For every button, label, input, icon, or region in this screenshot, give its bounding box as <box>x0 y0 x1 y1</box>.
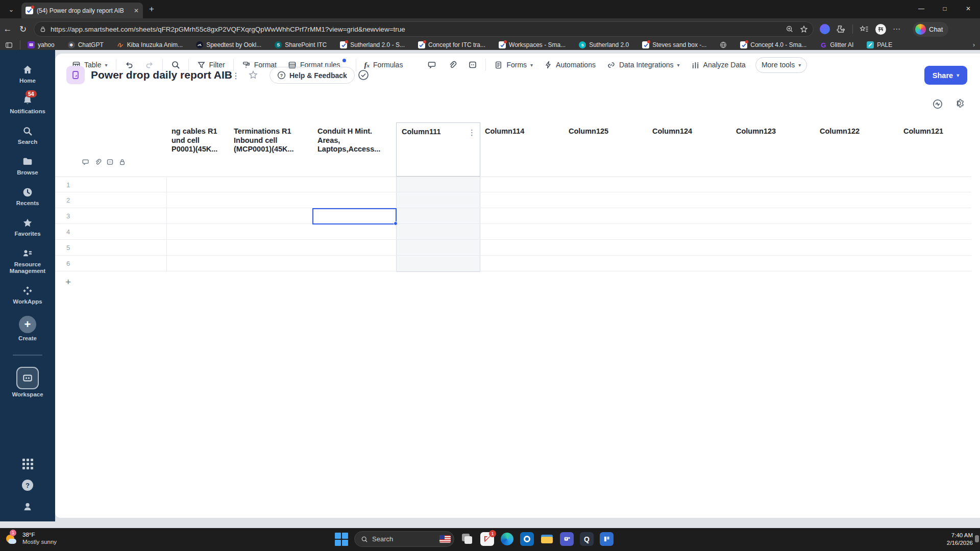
share-button[interactable]: Share▾ <box>924 66 967 85</box>
column-header[interactable]: Column114 <box>480 122 564 177</box>
help-feedback-button[interactable]: ? Help & Feedback <box>270 67 355 84</box>
bookmark-item[interactable]: ✻ChatGPT <box>68 41 104 48</box>
refresh-icon[interactable]: ↻ <box>15 24 31 35</box>
bookmark-item[interactable]: Concept 4.0 - Sma... <box>740 41 806 48</box>
bookmark-item[interactable]: GGlitter AI <box>820 41 853 48</box>
bookmarks-overflow-icon[interactable]: › <box>973 41 975 48</box>
start-button[interactable] <box>335 533 348 546</box>
sidebar-item-notifications[interactable]: 54Notifications <box>1 95 54 115</box>
tab-close-icon[interactable]: ✕ <box>134 7 139 14</box>
copilot-chat-button[interactable]: Chat <box>913 22 948 37</box>
proof-column-icon[interactable] <box>106 158 114 166</box>
task-view-icon[interactable] <box>460 532 474 546</box>
more-tools-button[interactable]: More tools▾ <box>755 57 807 73</box>
column-header[interactable]: Column121 <box>898 122 980 177</box>
file-explorer-icon[interactable] <box>540 532 554 546</box>
sidebar-item-resource-management[interactable]: Resource Management <box>1 248 54 274</box>
bookmark-item[interactable]: Steves sand box -... <box>642 41 706 48</box>
bookmark-item[interactable]: SSharePoint ITC <box>275 41 327 48</box>
minimize-button[interactable]: — <box>910 0 933 17</box>
row-number[interactable]: 2 <box>66 196 70 204</box>
sidebar-item-browse[interactable]: Browse <box>1 156 54 176</box>
bookmark-item[interactable]: Speedtest by Ookl... <box>196 41 261 48</box>
sidebar-item-search[interactable]: Search <box>1 126 54 145</box>
column-header[interactable]: Column125 <box>564 122 647 177</box>
zoom-in-icon[interactable] <box>786 25 794 33</box>
add-row-button[interactable]: + <box>65 277 71 288</box>
app-launcher-icon[interactable] <box>22 459 33 469</box>
column-menu-icon[interactable]: ⋮ <box>468 128 476 137</box>
bookmark-item[interactable]: Workspaces - Sma... <box>499 41 566 48</box>
sidebar-item-workapps[interactable]: WorkApps <box>1 285 54 305</box>
back-icon[interactable]: ← <box>0 24 15 34</box>
sidebar-item-favorites[interactable]: Favorites <box>1 217 54 237</box>
analyze-data-button[interactable]: Analyze Data <box>685 57 751 73</box>
grid-row[interactable]: 5 <box>55 240 971 256</box>
row-number[interactable]: 1 <box>66 181 70 189</box>
bookmark-item[interactable]: ✉yahoo <box>28 41 55 48</box>
help-icon[interactable]: ? <box>22 480 33 491</box>
notes-app-icon[interactable]: 1 <box>480 532 494 546</box>
sidebar-item-workspace[interactable]: Workspace <box>1 367 54 398</box>
outlook-icon[interactable] <box>520 532 534 546</box>
forms-button[interactable]: Forms▾ <box>488 57 538 73</box>
extension-1-icon[interactable] <box>820 24 830 34</box>
bookmark-item[interactable]: PALE <box>867 41 892 48</box>
attachment-column-icon[interactable] <box>94 158 102 166</box>
sidebar-panel-icon[interactable] <box>5 41 13 49</box>
teams-icon[interactable] <box>560 532 574 546</box>
row-number[interactable]: 5 <box>66 244 70 252</box>
bookmark-item[interactable]: sSutherland 2.0 <box>579 41 629 48</box>
bookmark-item[interactable] <box>720 41 727 48</box>
lock-column-icon[interactable] <box>118 158 126 166</box>
data-integrations-button[interactable]: Data Integrations▾ <box>601 57 685 73</box>
sidebar-item-recents[interactable]: Recents <box>1 187 54 207</box>
active-cell[interactable] <box>312 208 397 224</box>
automations-button[interactable]: Automations <box>538 57 601 73</box>
sidebar-item-create[interactable]: +Create <box>1 316 54 342</box>
sheet-menu-icon[interactable]: ⋮ <box>232 71 240 81</box>
column-header[interactable]: Terminations R1 Inbound cell (MCP0001)(4… <box>229 122 312 177</box>
grid-row[interactable]: 2 <box>55 192 971 208</box>
new-tab-button[interactable]: + <box>149 5 154 13</box>
column-header[interactable]: Conduit H Mint. Areas, Laptops,Access... <box>312 122 396 177</box>
close-button[interactable]: ✕ <box>957 0 980 17</box>
column-header[interactable]: Column124 <box>647 122 731 177</box>
fill-handle[interactable] <box>394 221 398 226</box>
grid-row[interactable]: 3 <box>55 208 971 224</box>
taskbar-search[interactable]: Search <box>354 531 454 547</box>
bookmark-item[interactable]: Sutherland 2.0 - S... <box>340 41 405 48</box>
tab-search-chevron-icon[interactable]: ⌄ <box>4 4 18 15</box>
bookmark-item[interactable]: Kiba Inuzuka Anim... <box>117 41 183 48</box>
attachments-button[interactable] <box>442 57 462 73</box>
blue-app-icon[interactable] <box>600 532 614 546</box>
column-header[interactable]: Column123 <box>731 122 815 177</box>
row-number[interactable]: 6 <box>66 260 70 267</box>
edge-browser-icon[interactable] <box>500 532 514 546</box>
extensions-puzzle-icon[interactable] <box>837 24 846 34</box>
row-number[interactable]: 3 <box>66 212 70 220</box>
grid-row[interactable]: 4 <box>55 224 971 240</box>
column-header[interactable]: ng cables R1 und cell P0001)(45K... <box>166 122 229 177</box>
browser-tab[interactable]: (54) Power drop daily report AIB - S ✕ <box>21 3 143 18</box>
proofs-button[interactable] <box>462 57 483 73</box>
favorites-bar-icon[interactable] <box>860 24 869 34</box>
favorite-star-icon[interactable] <box>800 25 808 33</box>
settings-gear-icon[interactable] <box>954 98 966 110</box>
notification-center-icon[interactable] <box>975 535 979 542</box>
row-number[interactable]: 4 <box>66 228 70 236</box>
bookmark-item[interactable]: Concept for ITC tra... <box>418 41 485 48</box>
weather-widget[interactable]: 1 38°F Mostly sunny <box>5 531 57 546</box>
taskbar-clock[interactable]: 7:40 AM 2/16/2026 <box>947 532 973 547</box>
comment-column-icon[interactable] <box>82 158 89 166</box>
column-header[interactable]: Column122 <box>815 122 898 177</box>
maximize-button[interactable]: □ <box>933 0 957 17</box>
browser-menu-icon[interactable]: ⋯ <box>893 24 901 34</box>
sidebar-item-home[interactable]: Home <box>1 64 54 84</box>
account-icon[interactable] <box>22 501 33 514</box>
comments-button[interactable] <box>422 57 442 73</box>
grid-row[interactable]: 6 <box>55 256 971 271</box>
grid-row[interactable]: 1 <box>55 177 971 192</box>
extension-avatar-icon[interactable] <box>875 24 886 35</box>
q-app-icon[interactable]: Q <box>580 532 594 546</box>
